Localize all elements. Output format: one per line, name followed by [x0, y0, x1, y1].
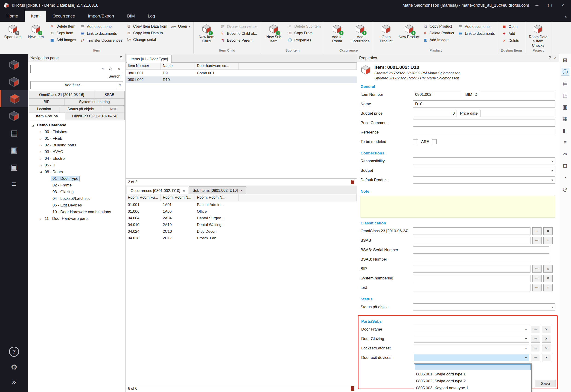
open-existing-item-button[interactable]: Open	[500, 24, 521, 30]
search-input[interactable]	[31, 65, 100, 73]
browse-ellipsis-button[interactable]: •••	[531, 326, 540, 333]
image-icon[interactable]: ▣	[561, 103, 569, 111]
classification-input[interactable]	[413, 275, 530, 282]
ribbon-collapse-icon[interactable]: ▴	[560, 11, 571, 22]
clear-field-button[interactable]: ×	[542, 345, 551, 352]
tree-expander-icon[interactable]	[38, 144, 43, 147]
save-button[interactable]: Save	[535, 380, 556, 387]
clear-field-button[interactable]: ×	[542, 326, 551, 333]
add-product-documents-button[interactable]: Add documents	[456, 24, 496, 30]
clear-field-button[interactable]: ×	[543, 237, 553, 244]
browse-ellipsis-button[interactable]: •••	[531, 335, 540, 343]
open-web-button[interactable]: Open▾	[170, 24, 192, 29]
browse-ellipsis-button[interactable]: •••	[532, 284, 542, 291]
clear-field-button[interactable]: ×	[543, 284, 553, 291]
nav-tab-test[interactable]: test	[102, 105, 125, 113]
sidebar-resources-module[interactable]	[0, 107, 28, 124]
overwritten-values-button[interactable]: Overwritten values	[218, 24, 259, 30]
items-table-row[interactable]: 0801.001 D9 Comb.001	[126, 70, 357, 76]
tab-sub-items[interactable]: Sub Items [0801.002: D10]×	[189, 186, 246, 194]
tree-expander-icon[interactable]	[38, 150, 43, 154]
classification-input[interactable]	[413, 237, 530, 244]
delete-product-button[interactable]: Delete Product	[421, 30, 456, 36]
tree-expander-icon[interactable]	[38, 130, 43, 134]
expand-sidebar-icon[interactable]: »	[12, 378, 16, 386]
tree-item[interactable]: 04 - Electro	[28, 155, 126, 162]
browse-ellipsis-button[interactable]: •••	[532, 275, 542, 282]
tree-item[interactable]: 00 - Finishes	[28, 128, 126, 135]
classification-input[interactable]	[413, 227, 530, 235]
column-header-item-number[interactable]: Item Number	[126, 63, 161, 70]
ase-checkbox[interactable]	[432, 139, 437, 144]
tree-item[interactable]: 02 - Frame	[28, 182, 126, 189]
report-icon[interactable]	[351, 180, 354, 184]
menu-tab-bim[interactable]: BIM	[121, 11, 141, 22]
pin-icon[interactable]	[548, 56, 552, 60]
dropdown-option-empty[interactable]	[415, 364, 531, 370]
nav-tab-bip[interactable]: BIP	[29, 98, 64, 106]
dropdown-field[interactable]	[413, 157, 555, 165]
column-header-name[interactable]: Name	[161, 63, 195, 70]
layout-grid-icon[interactable]: ⊞	[561, 56, 569, 64]
occurrences-table-row[interactable]: 04.004 2A04 Dental Surgeo...	[126, 215, 357, 222]
delete-existing-item-button[interactable]: Delete	[500, 38, 521, 44]
nav-tab-item-groups[interactable]: Item Groups	[29, 112, 65, 120]
nav-tab-status-pa-objekt[interactable]: Status på objekt	[59, 105, 102, 113]
new-sub-item-button[interactable]: + New Sub Item	[263, 23, 285, 43]
calculation-icon[interactable]: ⊟	[561, 162, 569, 170]
settings-gear-icon[interactable]: ⚙	[11, 363, 17, 372]
become-child-of-button[interactable]: Become Child of...	[218, 30, 259, 37]
dropdown-field[interactable]	[413, 167, 555, 174]
dropdown-option[interactable]: 0805.001: Swipe card type 1	[414, 371, 531, 378]
nav-tab-bsab[interactable]: BSAB	[94, 91, 125, 98]
clear-search-icon[interactable]: ×	[115, 65, 123, 73]
sub-item-properties-button[interactable]: Properties	[286, 37, 322, 43]
pin-icon[interactable]	[119, 56, 123, 60]
tree-expander-icon[interactable]	[30, 124, 35, 127]
bim-id-input[interactable]	[480, 91, 555, 98]
browse-ellipsis-button[interactable]: •••	[532, 227, 542, 235]
tree-expander-icon[interactable]	[38, 217, 43, 220]
to-be-modeled-checkbox[interactable]	[413, 139, 418, 144]
maximize-button[interactable]: ▢	[545, 3, 555, 8]
sidebar-documents-module[interactable]: ▤	[0, 124, 28, 141]
nav-tab-omniclass23[interactable]: OmniClass 23 [2010-06-24]	[65, 112, 125, 120]
link-product-documents-button[interactable]: Link to documents	[456, 30, 496, 37]
classification-input[interactable]	[413, 246, 549, 254]
price-date-input[interactable]	[481, 110, 555, 117]
occurrences-table-row[interactable]: 04.010 2A10 Dental Waiting	[126, 222, 357, 228]
menu-tab-import-export[interactable]: Import/Export	[82, 11, 121, 22]
copy-product-button[interactable]: Copy Product	[421, 24, 456, 29]
history-icon[interactable]: ◔	[561, 174, 569, 181]
add-to-room-button[interactable]: + Add to Room	[326, 23, 348, 43]
column-header-room-number[interactable]: Room: Room N...	[161, 194, 195, 201]
tab-occurrences[interactable]: Occurrences [0801.002: D10]×	[127, 187, 188, 194]
nav-tab-omniclass21[interactable]: OmniClass 21 [2012-05-16]	[29, 91, 94, 98]
tree-item[interactable]: 11 - Door Hardware parts	[28, 215, 126, 222]
parts-dropdown-field[interactable]	[414, 345, 529, 352]
tree-item[interactable]: 05 - IT	[28, 162, 126, 168]
close-tab-icon[interactable]: ×	[183, 189, 185, 193]
nav-tab-system-numbering[interactable]: System numbering	[64, 98, 125, 106]
add-occurrence-button[interactable]: + Add Occurrence	[349, 23, 371, 43]
dropdown-option[interactable]: 0805.002: Swipe card type 2	[414, 378, 531, 385]
close-button[interactable]: ×	[558, 3, 568, 8]
item-number-input[interactable]: 0801.002	[413, 91, 462, 98]
price-comment-input[interactable]	[413, 119, 555, 126]
info-icon[interactable]: ⓘ	[561, 68, 569, 76]
tree-item[interactable]: 04 - Lockset/Latchset	[28, 195, 126, 202]
add-filter-button[interactable]: Add filter... ▼	[30, 81, 123, 89]
open-item-button[interactable]: ✎ Open Item	[2, 23, 24, 39]
sidebar-reports-module[interactable]: ▦	[0, 141, 28, 158]
occurrences-table-row[interactable]: 04.028 2C17 Prosth. Lab	[126, 235, 357, 241]
new-product-button[interactable]: + New Product	[398, 23, 420, 39]
copy-from-button[interactable]: Copy From	[286, 30, 322, 36]
dropdown-field[interactable]	[413, 303, 555, 311]
link-to-documents-button[interactable]: Link to documents▾	[78, 30, 124, 37]
cube-icon[interactable]: ◧	[561, 126, 569, 134]
occurrences-table-row[interactable]: 04.024 2C10 Dipc Decon	[126, 228, 357, 235]
help-icon[interactable]: ?	[9, 347, 19, 357]
tree-item[interactable]: 05 - Exit Devices	[28, 202, 126, 209]
add-existing-item-button[interactable]: Add	[500, 30, 521, 37]
new-item-button[interactable]: + New Item	[25, 23, 47, 39]
